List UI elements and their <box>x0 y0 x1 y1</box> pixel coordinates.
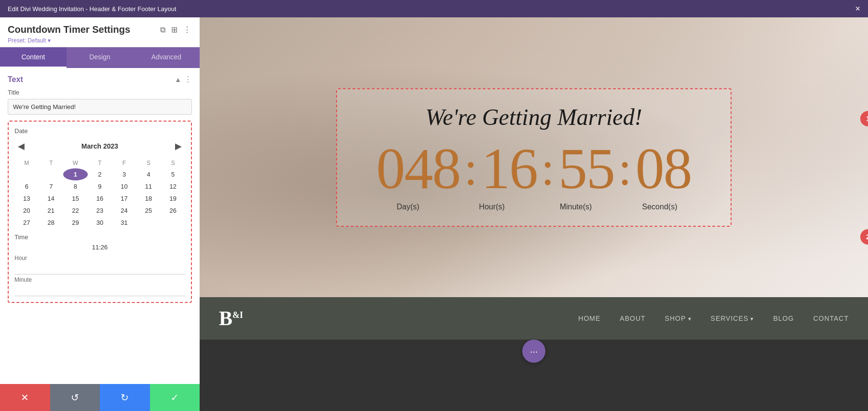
footer-nav-home[interactable]: HOME <box>578 315 600 322</box>
date-section-label: Date <box>14 127 185 135</box>
top-bar: Edit Divi Wedding Invitation - Header & … <box>0 0 868 17</box>
right-preview: We're Getting Married! 048 : 16 : 55 : 0… <box>200 17 868 411</box>
countdown-sep-3: : <box>614 145 636 193</box>
cal-cell-4[interactable]: 4 <box>136 168 161 180</box>
redo-icon: ↻ <box>121 392 129 403</box>
cal-cell-14[interactable]: 14 <box>39 192 64 205</box>
title-field-label: Title <box>8 89 192 96</box>
cal-cell-5[interactable]: 5 <box>161 168 185 180</box>
calendar-next-button[interactable]: ▶ <box>172 139 185 153</box>
cal-cell-6[interactable]: 6 <box>14 180 39 192</box>
cal-cell-12[interactable]: 12 <box>161 180 185 192</box>
cal-cell-1[interactable]: 1 <box>63 168 88 180</box>
cal-cell-16[interactable]: 16 <box>88 192 112 205</box>
settings-title: Countdown Timer Settings <box>8 24 130 35</box>
hero-background: We're Getting Married! 048 : 16 : 55 : 0… <box>200 17 868 297</box>
time-display: 11:26 <box>14 244 185 251</box>
section-more-icon[interactable]: ⋮ <box>184 75 192 84</box>
countdown-labels: Day(s) Hour(s) Minute(s) Second(s) <box>366 203 702 211</box>
cal-cell-empty <box>14 168 39 180</box>
cal-cell-18[interactable]: 18 <box>136 192 161 205</box>
countdown-days: 048 <box>376 140 460 198</box>
second-label: Second(s) <box>618 203 702 211</box>
countdown-box: We're Getting Married! 048 : 16 : 55 : 0… <box>336 88 732 227</box>
main-layout: Countdown Timer Settings ⧉ ⊞ ⋮ Preset: D… <box>0 17 868 411</box>
date-section: Date ◀ March 2023 ▶ M T W <box>8 121 192 303</box>
cal-cell-24[interactable]: 24 <box>112 205 136 217</box>
time-fields: Hour Minute <box>14 255 185 296</box>
minute-input[interactable] <box>14 285 185 296</box>
calendar-month-year: March 2023 <box>81 142 118 150</box>
cal-cell-empty <box>161 217 185 229</box>
countdown-minutes: 55 <box>558 140 614 198</box>
cal-cell-10[interactable]: 10 <box>112 180 136 192</box>
tab-bar: Content Design Advanced <box>0 47 200 68</box>
cal-cell-7[interactable]: 7 <box>39 180 64 192</box>
cal-day-m: M <box>14 158 39 168</box>
cal-cell-2[interactable]: 2 <box>88 168 112 180</box>
cal-cell-20[interactable]: 20 <box>14 205 39 217</box>
cal-cell-25[interactable]: 25 <box>136 205 161 217</box>
copy-icon-button[interactable]: ⧉ <box>159 24 166 35</box>
time-section: Time 11:26 Hour Minute <box>14 233 185 296</box>
cal-cell-15[interactable]: 15 <box>63 192 88 205</box>
text-section-header[interactable]: Text ▲ ⋮ <box>0 68 200 89</box>
tab-design[interactable]: Design <box>67 47 133 68</box>
cal-cell-22[interactable]: 22 <box>63 205 88 217</box>
redo-button[interactable]: ↻ <box>100 384 150 411</box>
cal-day-s1: S <box>136 158 161 168</box>
cal-day-s2: S <box>161 158 185 168</box>
footer-nav-contact[interactable]: CONTACT <box>813 315 849 322</box>
left-panel: Countdown Timer Settings ⧉ ⊞ ⋮ Preset: D… <box>0 17 200 411</box>
top-bar-close-button[interactable]: × <box>855 4 860 14</box>
cal-cell-30[interactable]: 30 <box>88 217 112 229</box>
cal-cell-9[interactable]: 9 <box>88 180 112 192</box>
countdown-hours: 16 <box>481 140 537 198</box>
cal-cell-13[interactable]: 13 <box>14 192 39 205</box>
tab-advanced[interactable]: Advanced <box>133 47 200 68</box>
cal-cell-19[interactable]: 19 <box>161 192 185 205</box>
cal-cell-11[interactable]: 11 <box>136 180 161 192</box>
cal-cell-31[interactable]: 31 <box>112 217 136 229</box>
title-input[interactable] <box>8 99 192 115</box>
footer-nav-blog[interactable]: BLOG <box>773 315 794 322</box>
tab-content[interactable]: Content <box>0 47 67 68</box>
countdown-seconds: 08 <box>636 140 692 198</box>
footer-logo: B&I <box>219 307 243 330</box>
hour-input[interactable] <box>14 263 185 274</box>
cal-cell-8[interactable]: 8 <box>63 180 88 192</box>
grid-icon-button[interactable]: ⊞ <box>170 24 178 35</box>
calendar-body: 1 2 3 4 5 6 7 8 9 10 <box>14 168 185 229</box>
cal-cell-29[interactable]: 29 <box>63 217 88 229</box>
footer-nav: HOME ABOUT SHOP SERVICES BLOG CONTACT <box>578 315 849 322</box>
cal-cell-23[interactable]: 23 <box>88 205 112 217</box>
cal-cell-17[interactable]: 17 <box>112 192 136 205</box>
minute-label: Minute(s) <box>534 203 618 211</box>
cal-cell-26[interactable]: 26 <box>161 205 185 217</box>
footer-nav-about[interactable]: ABOUT <box>620 315 645 322</box>
cancel-button[interactable]: ✕ <box>0 384 50 411</box>
footer-nav-shop[interactable]: SHOP <box>665 315 692 322</box>
minute-field-group: Minute <box>14 276 185 296</box>
undo-button[interactable]: ↺ <box>50 384 100 411</box>
cancel-icon: ✕ <box>21 392 29 403</box>
top-bar-title: Edit Divi Wedding Invitation - Header & … <box>8 5 176 13</box>
footer-nav-services[interactable]: SERVICES <box>711 315 754 322</box>
more-options-button[interactable]: ⋮ <box>182 24 192 35</box>
cal-cell-28[interactable]: 28 <box>39 217 64 229</box>
cal-cell-27[interactable]: 27 <box>14 217 39 229</box>
cal-cell-3[interactable]: 3 <box>112 168 136 180</box>
save-button[interactable]: ✓ <box>150 384 200 411</box>
countdown-numbers: 048 : 16 : 55 : 08 <box>366 140 702 198</box>
title-field-group: Title <box>0 89 200 121</box>
calendar-days-header: M T W T F S S <box>14 158 185 168</box>
cal-day-t2: T <box>88 158 112 168</box>
settings-icon-group: ⧉ ⊞ ⋮ <box>159 24 192 35</box>
calendar-week-1: 1 2 3 4 5 <box>14 168 185 180</box>
calendar-prev-button[interactable]: ◀ <box>14 139 28 153</box>
preset-selector[interactable]: Preset: Default ▾ <box>8 37 192 44</box>
calendar-header: ◀ March 2023 ▶ <box>14 139 185 153</box>
settings-header: Countdown Timer Settings ⧉ ⊞ ⋮ Preset: D… <box>0 17 200 47</box>
float-action-button[interactable]: ··· <box>522 340 545 363</box>
cal-cell-21[interactable]: 21 <box>39 205 64 217</box>
